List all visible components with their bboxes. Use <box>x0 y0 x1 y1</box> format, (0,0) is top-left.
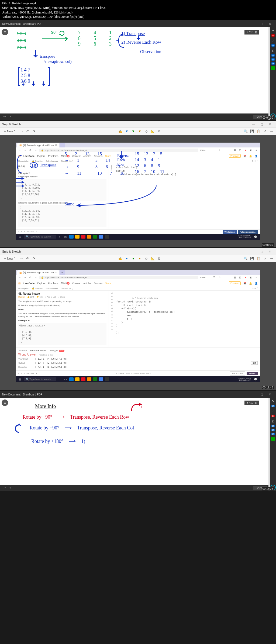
highlighter-tool[interactable]: ⟋ <box>271 409 275 413</box>
zoom-out-button[interactable]: − <box>254 115 256 118</box>
subnav-submissions[interactable]: Submissions <box>46 160 58 162</box>
close-button[interactable]: ✕ <box>266 392 274 397</box>
nav-problems[interactable]: Problems <box>48 155 58 157</box>
add-to-list[interactable]: ♡ Add to List <box>45 296 56 298</box>
forward-button[interactable]: → <box>23 148 27 152</box>
ext-adblock[interactable]: ● <box>244 275 247 279</box>
action-center-button[interactable]: 💬 <box>253 377 258 381</box>
notifications-icon[interactable]: 🔔 <box>249 155 252 157</box>
pencil-tool[interactable]: ▼ <box>131 256 136 261</box>
run-result-tab[interactable]: Run Code Result <box>30 349 46 352</box>
nav-problems[interactable]: Problems <box>48 282 58 285</box>
tool-color-3[interactable]: 13 <box>271 429 275 431</box>
undo-button[interactable]: ↶ <box>25 129 30 134</box>
copy-button[interactable]: 📋 <box>256 129 261 134</box>
popup-fullscreen[interactable]: Fullscreen snip... <box>238 230 258 234</box>
highlighter-tool[interactable]: ▼ <box>137 129 142 134</box>
snip-canvas[interactable]: ◧ (1) Rotate Image - LeetCode ✕ + ← → ⟳ … <box>16 143 260 240</box>
home-button[interactable]: ⌂ <box>34 275 38 279</box>
window-snip-button[interactable]: ▭ <box>19 256 23 261</box>
subnav-solution[interactable]: 🔒 Solution <box>32 287 43 290</box>
taskbar-app-3[interactable] <box>105 377 109 381</box>
new-tab-button[interactable]: + <box>60 143 65 147</box>
minimize-button[interactable]: — <box>250 21 258 26</box>
more-button[interactable]: ⋯ <box>269 256 274 261</box>
taskbar-app-firefox[interactable] <box>87 377 91 381</box>
nav-explore[interactable]: Explore <box>37 282 46 285</box>
tool-color-3[interactable]: 13 <box>271 58 275 61</box>
start-button[interactable]: ⊞ <box>18 377 22 381</box>
taskbar-app-2[interactable] <box>93 235 97 239</box>
ext-2[interactable]: ◰ <box>238 275 242 279</box>
prev-problem-button[interactable]: ‹ <box>18 230 19 233</box>
share-button[interactable]: ↗ Share <box>58 296 65 298</box>
close-button[interactable]: ✕ <box>266 21 274 26</box>
maximize-button[interactable]: ▢ <box>258 21 266 26</box>
hamburger-menu-button[interactable]: ≡ <box>2 29 8 35</box>
taskbar-app-explorer[interactable] <box>75 377 80 381</box>
taskbar-app-edge[interactable] <box>69 235 74 239</box>
undo-button[interactable]: ↶ <box>25 256 30 261</box>
tool-color-2[interactable]: 19 <box>271 425 275 427</box>
redo-button[interactable]: ↷ <box>7 114 12 119</box>
tool-green[interactable] <box>271 437 275 441</box>
reload-button[interactable]: ⟳ <box>29 275 32 279</box>
start-button[interactable]: ⊞ <box>18 235 22 239</box>
close-button[interactable]: ✕ <box>266 122 274 127</box>
redo-button[interactable]: ↷ <box>7 485 12 490</box>
subnav-submissions[interactable]: Submissions <box>46 287 58 290</box>
code-editor-pane[interactable]: 13141516171819202122232425 /// Reverse e… <box>109 291 260 347</box>
copy-button[interactable]: 📋 <box>256 256 261 261</box>
url-input[interactable]: 🔒https://leetcode.com/problems/rotate-im… <box>39 276 198 279</box>
premium-button[interactable]: Premium <box>229 154 241 158</box>
redo-button[interactable]: ↷ <box>32 256 36 261</box>
ext-adblock[interactable]: ● <box>244 148 247 152</box>
streak-icon[interactable]: 📅 <box>243 282 246 285</box>
new-tab-button[interactable]: + <box>60 270 65 275</box>
run-code-button[interactable]: ▸ Run Code <box>230 371 245 376</box>
highlighter-tool[interactable]: ⟋ <box>271 38 275 43</box>
pen-tool[interactable]: ✎ <box>271 399 275 403</box>
collapse-button[interactable]: ˅ <box>257 349 258 352</box>
eraser-tool[interactable]: ◇ <box>144 256 149 261</box>
more-button[interactable]: ⋯ <box>269 129 274 134</box>
shuffle-button[interactable]: ⤭ <box>21 230 23 233</box>
hamburger-menu[interactable]: ≡ <box>254 275 258 279</box>
tool-color-2[interactable]: 19 <box>271 54 275 57</box>
tool-color-4[interactable]: 18 <box>271 433 275 435</box>
submit-button[interactable]: Submit <box>247 372 258 375</box>
action-center-button[interactable]: 💬 <box>253 235 258 239</box>
touch-writing-button[interactable]: ✍ <box>118 129 123 134</box>
task-view-button[interactable]: ▭ <box>63 235 68 239</box>
redo-button[interactable]: ↷ <box>32 129 36 134</box>
snip-canvas[interactable]: ◧(1) Rotate Image - LeetCode✕ + ← → ⟳ ⌂ … <box>16 270 260 382</box>
ext-2[interactable]: ◰ <box>238 148 242 152</box>
premium-button[interactable]: Premium <box>229 281 241 285</box>
forward-button[interactable]: → <box>23 275 27 279</box>
maximize-button[interactable]: ▢ <box>258 392 266 397</box>
zoom-out-button[interactable]: − <box>254 487 256 490</box>
next-problem-button[interactable]: › <box>24 230 25 233</box>
subnav-solution[interactable]: 🔒 Solution <box>32 160 43 162</box>
nav-store[interactable]: Store <box>105 282 111 285</box>
eraser-tool[interactable]: ◧ <box>271 419 275 423</box>
minimize-button[interactable]: — <box>250 392 258 397</box>
home-button[interactable]: ⌂ <box>34 148 38 152</box>
maximize-button[interactable]: ▢ <box>258 122 266 127</box>
taskbar-app-chrome[interactable] <box>99 377 103 381</box>
taskbar-app-firefox[interactable] <box>87 235 91 239</box>
debugger-tab[interactable]: Debugger BETA <box>49 349 65 352</box>
back-button[interactable]: ← <box>18 148 22 152</box>
more-menu[interactable]: ⋯ <box>207 148 211 152</box>
bookmark-button[interactable]: ☆ <box>218 275 222 279</box>
subnav-discuss[interactable]: Discuss (6...) <box>61 287 73 290</box>
zoom-button[interactable]: 🔍 <box>243 129 248 134</box>
prev-problem-button[interactable]: ‹ <box>18 372 19 375</box>
nav-explore[interactable]: Explore <box>37 155 46 157</box>
bookmark-button[interactable]: ☆ <box>218 148 222 152</box>
tool-color-red[interactable]: 14 <box>271 415 275 417</box>
cortana-button[interactable]: ○ <box>58 235 61 239</box>
cortana-button[interactable]: ○ <box>58 377 61 381</box>
leetcode-logo-text[interactable]: LeetCode <box>23 282 34 285</box>
zoom-button[interactable]: 🔍 <box>243 256 248 261</box>
